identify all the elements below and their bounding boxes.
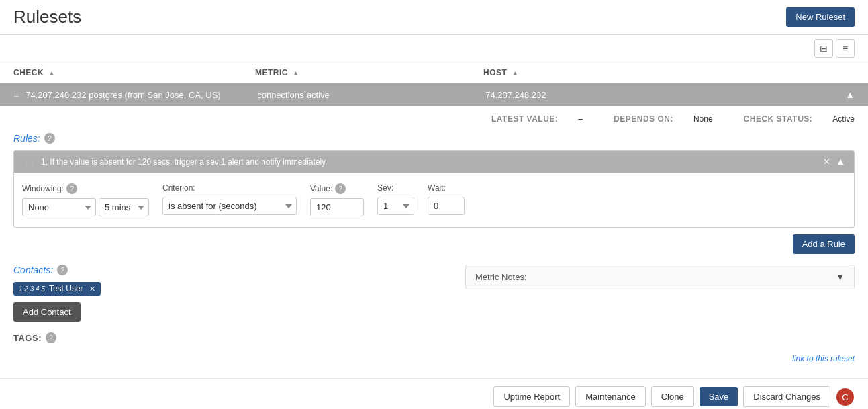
rule-drag-handle: ⋮⋮ — [22, 157, 36, 167]
wait-field-group: Wait: — [428, 183, 465, 215]
maintenance-button[interactable]: Maintenance — [575, 386, 645, 407]
latest-value: – — [578, 114, 583, 124]
metric-column-header[interactable]: METRIC ▲ — [255, 68, 483, 77]
contacts-help-icon[interactable]: ? — [57, 265, 68, 275]
footer-logo: C — [836, 388, 855, 406]
contacts-section-label: Contacts: ? — [13, 265, 452, 275]
criterion-field-group: Criterion: is absent for (seconds) equal… — [162, 183, 297, 215]
metric-sort-icon: ▲ — [293, 69, 299, 77]
add-rule-button[interactable]: Add a Rule — [793, 234, 855, 254]
depends-on-label: DEPENDS ON: — [614, 114, 673, 124]
depends-on-value: None — [693, 114, 713, 124]
metric-notes-box[interactable]: Metric Notes: ▼ — [465, 265, 855, 289]
add-contact-button[interactable]: Add Contact — [13, 302, 81, 322]
contact-name: Test User — [49, 284, 83, 293]
menu-icon-button[interactable]: ≡ — [836, 39, 855, 58]
value-label: Value: — [310, 184, 332, 193]
uptime-report-button[interactable]: Uptime Report — [493, 386, 570, 407]
contact-tag-numbers: 1 2 3 4 5 — [19, 285, 45, 293]
value-input[interactable] — [310, 198, 364, 216]
check-status-value: Active — [832, 114, 855, 124]
row-check-value: 74.207.248.232 postgres (from San Jose, … — [26, 90, 257, 100]
value-field-group: Value: ? — [310, 183, 364, 216]
rules-label-text: Rules: — [13, 133, 40, 144]
contact-row: 1 2 3 4 5 Test User × — [13, 282, 452, 296]
rule-description: 1. If the value is absent for 120 secs, … — [41, 157, 328, 167]
save-button[interactable]: Save — [700, 387, 738, 406]
filter-icon: ⊟ — [820, 43, 828, 54]
value-help-icon[interactable]: ? — [335, 183, 346, 194]
windowing-select[interactable]: None Average Sum Min Max — [22, 198, 96, 216]
filter-icon-button[interactable]: ⊟ — [814, 39, 833, 58]
rule-collapse-button[interactable]: ▲ — [835, 156, 846, 167]
rule-close-button[interactable]: × — [824, 156, 830, 167]
page-title: Rulesets — [13, 7, 81, 28]
sev-field-group: Sev: 1 2 3 4 5 — [377, 183, 414, 215]
expand-row-icon[interactable]: ▲ — [845, 89, 855, 100]
wait-input[interactable] — [428, 197, 465, 215]
host-sort-icon: ▲ — [512, 69, 518, 77]
menu-icon: ≡ — [842, 43, 848, 54]
check-column-header[interactable]: CHECK ▲ — [13, 68, 255, 77]
host-column-header[interactable]: HOST ▲ — [483, 68, 855, 77]
windowing-help-icon[interactable]: ? — [66, 183, 77, 194]
row-metric-value: connections`active — [257, 90, 485, 100]
clone-button[interactable]: Clone — [651, 386, 694, 407]
rules-help-icon[interactable]: ? — [44, 133, 55, 144]
tags-help-icon[interactable]: ? — [46, 332, 56, 343]
table-row[interactable]: ≡ 74.207.248.232 postgres (from San Jose… — [0, 83, 868, 106]
new-ruleset-button[interactable]: New Ruleset — [786, 7, 855, 27]
svg-text:C: C — [842, 392, 848, 402]
sev-label: Sev: — [377, 183, 393, 193]
link-to-ruleset[interactable]: link to this ruleset — [792, 354, 855, 363]
discard-changes-button[interactable]: Discard Changes — [743, 386, 830, 407]
windowing-time-select[interactable]: 5 mins 10 mins 15 mins 30 mins 1 hour — [99, 198, 149, 216]
latest-value-label: LATEST VALUE: — [491, 114, 558, 124]
check-status-label: CHECK STATUS: — [744, 114, 813, 124]
windowing-label: Windowing: — [22, 184, 64, 193]
row-host-value: 74.207.248.232 — [485, 90, 845, 100]
tags-label: TAGS: — [13, 333, 42, 343]
rule-card: ⋮⋮ 1. If the value is absent for 120 sec… — [13, 150, 855, 228]
metric-notes-label: Metric Notes: — [475, 272, 527, 282]
criterion-label: Criterion: — [162, 183, 195, 193]
sev-select[interactable]: 1 2 3 4 5 — [377, 197, 414, 215]
metric-notes-expand-icon: ▼ — [836, 272, 845, 282]
contact-tag: 1 2 3 4 5 Test User × — [13, 282, 101, 296]
contact-remove-button[interactable]: × — [90, 284, 95, 293]
criterion-select[interactable]: is absent for (seconds) equals greater t… — [162, 197, 297, 215]
rules-section-label: Rules: ? — [13, 133, 855, 144]
wait-label: Wait: — [428, 183, 446, 193]
check-sort-icon: ▲ — [48, 69, 55, 77]
contacts-label-text: Contacts: — [13, 265, 53, 275]
drag-handle-icon: ≡ — [13, 89, 19, 100]
windowing-field-group: Windowing: ? None Average Sum Min Max 5 … — [22, 183, 149, 216]
